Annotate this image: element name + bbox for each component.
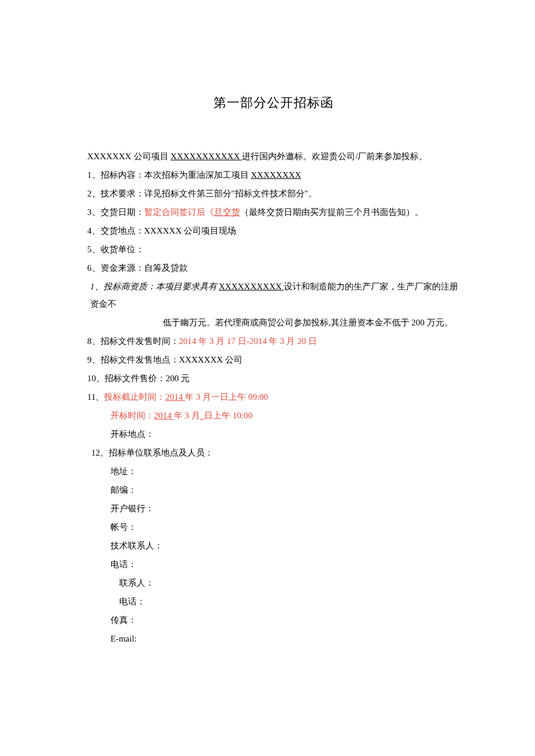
item-12-tel1: 电话： <box>87 556 459 573</box>
page-title: 第一部分公开招标函 <box>87 90 459 116</box>
item-12-bank: 开户银行： <box>87 500 459 517</box>
item-1-label: 1、招标内容：本次招标为重油深加工项目 <box>87 170 251 180</box>
item-6: 6、资金来源：自筹及贷款 <box>87 259 459 277</box>
item-12-tech-contact: 技术联系人： <box>87 537 459 554</box>
intro-prefix: XXXXXXX 公司项目 <box>87 152 170 161</box>
document-page: 第一部分公开招标函 XXXXXXX 公司项目 XXXXXXXXXXX 进行国内外… <box>0 0 535 647</box>
intro-project-code: XXXXXXXXXXX <box>170 152 242 161</box>
item-7-code: XXXXXXXXXX <box>219 282 284 291</box>
item-8-date: 2014 年 3 月 17 日-2014 年 3 月 20 日 <box>179 336 318 346</box>
intro-line: XXXXXXX 公司项目 XXXXXXXXXXX 进行国内外邀标。欢迎贵公司/厂… <box>87 148 459 165</box>
item-1: 1、招标内容：本次招标为重油深加工项目 XXXXXXXX <box>87 166 459 184</box>
item-12-addr: 地址： <box>87 463 459 480</box>
item-11-red2: 开标时间： <box>110 411 154 420</box>
item-11-red1-suffix: 年 3 月一日上午 09:00 <box>185 392 268 402</box>
item-9: 9、招标文件发售地点：XXXXXXX 公司 <box>87 351 459 368</box>
item-11-red2-suffix: 日上午 10:00 <box>204 411 252 420</box>
item-12-postcode: 邮编： <box>87 481 459 499</box>
item-12-contact: 联系人： <box>87 574 459 592</box>
item-11-line2: 开标时间：2014 年 3 月_日上午 10:00 <box>87 407 459 424</box>
item-3-red-underline: 旦交货 <box>214 207 240 217</box>
item-3-label: 3、交货日期： <box>87 207 144 217</box>
intro-suffix: 进行国内外邀标。欢迎贵公司/厂前来参加投标。 <box>242 152 427 161</box>
item-5: 5、收货单位： <box>87 241 459 258</box>
item-7-num: 1、投标商资质：本项目要求具有 <box>90 282 219 291</box>
item-8-label: 8、招标文件发售时间： <box>87 336 179 346</box>
item-11-line3: 开标地点： <box>87 425 459 443</box>
item-12-fax: 传真： <box>87 611 459 629</box>
item-7-line1: 1、投标商资质：本项目要求具有 XXXXXXXXXX 设计和制造能力的生产厂家，… <box>87 278 459 313</box>
item-3: 3、交货日期：暂定合同签订后《旦交货（最终交货日期由买方提前三个月书面告知）。 <box>87 203 459 221</box>
item-4: 4、交货地点：XXXXXX 公司项目现场 <box>87 222 459 239</box>
item-11-num: 11、 <box>87 392 104 402</box>
item-11-red1: 投标截止时间： <box>104 392 165 402</box>
item-11-line1: 11、投标截止时间：2014 年 3 月一日上午 09:00 <box>87 388 459 406</box>
item-1-code: XXXXXXXX <box>251 170 301 180</box>
item-11-red2-mid: 年 3 月 <box>174 411 200 420</box>
item-11-date1: 2014 <box>165 392 185 402</box>
item-11-date2a: 2014 <box>154 411 174 420</box>
item-12-email: E-mail: <box>87 630 459 647</box>
item-10: 10、招标文件售价：200 元 <box>87 370 459 387</box>
item-2: 2、技术要求：详见招标文件第三部分"招标文件技术部分"。 <box>87 185 459 202</box>
item-12-account: 帐号： <box>87 518 459 536</box>
item-3-red1: 暂定合同签订后《 <box>144 207 214 217</box>
item-12-header: 12、招标单位联系地点及人员： <box>87 444 459 461</box>
item-8: 8、招标文件发售时间：2014 年 3 月 17 日-2014 年 3 月 20… <box>87 332 459 350</box>
item-3-suffix: （最终交货日期由买方提前三个月书面告知）。 <box>240 207 423 217</box>
item-12-tel2: 电话： <box>87 593 459 610</box>
item-7-line2: 低于幽万元。若代理商或商贸公司参加投标,其注册资本金不低于 200 万元。 <box>87 314 459 331</box>
